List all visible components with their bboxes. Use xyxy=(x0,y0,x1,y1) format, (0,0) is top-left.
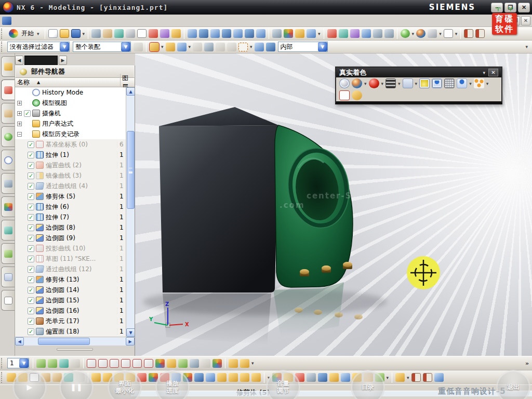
system-materials-tab[interactable] xyxy=(1,173,15,194)
background-dropdown[interactable]: ▾ xyxy=(398,81,401,86)
effects-icon[interactable] xyxy=(474,78,484,88)
split-body-icon[interactable] xyxy=(284,29,293,38)
soft-lighting-icon[interactable] xyxy=(419,78,430,88)
close-button[interactable]: ✕ xyxy=(518,3,530,12)
menu-item[interactable] xyxy=(107,19,116,22)
layer-settings-icon[interactable] xyxy=(36,359,46,368)
find-in-assembly-icon[interactable] xyxy=(266,43,275,51)
true-shading-icon[interactable] xyxy=(339,78,350,88)
extrude-icon[interactable] xyxy=(188,29,197,38)
expander-icon[interactable]: + xyxy=(17,111,22,116)
wcs-display-icon[interactable] xyxy=(132,359,142,368)
shaded-view-icon[interactable] xyxy=(401,29,410,38)
feature-checkbox[interactable]: ✓ xyxy=(28,193,34,200)
move-to-layer-icon[interactable] xyxy=(71,359,80,368)
move-object-icon[interactable] xyxy=(362,29,371,38)
tile-window-icon[interactable] xyxy=(384,29,394,38)
panel-splitter[interactable] xyxy=(15,345,135,353)
export-part-icon[interactable] xyxy=(423,373,432,382)
combo-dropdown-icon[interactable]: ▼ xyxy=(121,42,130,51)
feature-row[interactable]: ✓ 修剪体 (13) 1 xyxy=(15,274,126,285)
shell-icon[interactable] xyxy=(307,29,316,38)
show-shaded-icon[interactable] xyxy=(255,43,264,51)
transform-icon[interactable] xyxy=(212,359,222,368)
add-body-icon[interactable] xyxy=(91,373,101,382)
feature-checkbox[interactable]: ✓ xyxy=(28,152,34,158)
menu-item[interactable] xyxy=(70,19,79,22)
intersect-icon[interactable] xyxy=(256,29,265,38)
expression-icon[interactable] xyxy=(114,29,124,38)
edges-display-icon[interactable] xyxy=(339,90,350,100)
open-icon[interactable] xyxy=(60,29,69,38)
menu-item[interactable] xyxy=(42,19,51,22)
spline-tool-icon[interactable] xyxy=(350,29,360,38)
feature-checkbox[interactable]: ✓ xyxy=(28,308,34,314)
menu-item[interactable] xyxy=(14,19,23,22)
datum-plane-icon[interactable] xyxy=(126,29,135,38)
boss-icon[interactable] xyxy=(222,29,231,38)
fit-view-icon[interactable] xyxy=(327,29,337,38)
ruler-icon[interactable] xyxy=(395,373,405,382)
feature-row[interactable]: ✓ 边倒圆 (16) 1 xyxy=(15,305,126,316)
point-dialog-icon[interactable] xyxy=(178,359,188,368)
local-scale-icon[interactable] xyxy=(307,373,316,382)
tree-node-row[interactable]: + ✓ 摄像机 xyxy=(15,108,126,118)
sketch-icon[interactable] xyxy=(91,29,101,38)
bead-icon[interactable] xyxy=(329,373,339,382)
hexagon-icon[interactable] xyxy=(341,373,350,382)
feature-row[interactable]: ✓ 拉伸 (6) 1 xyxy=(15,202,126,212)
feature-row[interactable]: ✓ 边倒圆 (9) 1 xyxy=(15,233,126,243)
wcs-dynamics-icon[interactable] xyxy=(87,359,96,368)
feature-checkbox[interactable]: ✓ xyxy=(28,235,34,242)
clip-section-icon[interactable] xyxy=(428,29,437,38)
save-dropdown[interactable]: ▾ xyxy=(83,31,85,36)
tree-node-row[interactable]: + 用户表达式 xyxy=(15,118,126,129)
color-dropdown[interactable]: ▾ xyxy=(381,81,384,86)
feature-row[interactable]: ✓ 通过曲线组 (12) 1 xyxy=(15,264,126,274)
studio-spline-icon[interactable] xyxy=(160,29,169,38)
feature-row[interactable]: ✓ 草图 (11) "SKE... 1 xyxy=(15,254,126,264)
combo-dropdown-icon[interactable]: ▼ xyxy=(318,42,327,51)
toolbar-grip[interactable] xyxy=(1,42,4,51)
feature-row[interactable]: ✓ 拉伸 (1) 1 xyxy=(15,150,126,160)
vector-dialog-icon[interactable] xyxy=(190,359,199,368)
csys-dialog-icon[interactable] xyxy=(167,359,176,368)
feature-row[interactable]: ✓ 投影曲线 (10) 1 xyxy=(15,243,126,254)
material-dropdown[interactable]: ▾ xyxy=(364,81,367,86)
cube-eraser-icon[interactable] xyxy=(204,43,214,51)
point-on-curve-icon[interactable] xyxy=(166,43,175,51)
measure-distance-icon[interactable] xyxy=(229,359,238,368)
feature-row[interactable]: ✓ 修剪体 (5) 1 xyxy=(15,191,126,202)
feature-checkbox[interactable]: ✓ xyxy=(28,224,34,231)
selection-scope-combo[interactable]: 整个装配 ▼ xyxy=(73,42,131,52)
start-button[interactable]: 开始 ▾ xyxy=(6,28,43,39)
roles-tab[interactable] xyxy=(1,243,15,264)
menu-item[interactable] xyxy=(60,19,70,22)
true-shading-titlebar[interactable]: 真实着色 ▾ ✕ xyxy=(336,68,501,77)
image-gallery-tab[interactable] xyxy=(1,267,15,287)
hole-icon[interactable] xyxy=(210,29,220,38)
ruler-dropdown[interactable]: ▾ xyxy=(407,375,409,380)
more-dropdown[interactable]: ▾ xyxy=(387,375,389,380)
expander-icon[interactable]: − xyxy=(17,132,22,137)
shadow-icon[interactable] xyxy=(457,78,467,88)
feature-checkbox[interactable]: ✓ xyxy=(28,214,34,221)
image-background-icon[interactable] xyxy=(403,78,413,88)
feature-row[interactable]: ✓ 通过曲线组 (4) 1 xyxy=(15,181,126,191)
horizontal-scrollbar[interactable]: ◀ ▶ xyxy=(15,337,135,345)
shell-unit-icon[interactable] xyxy=(318,373,327,382)
tree-node-row[interactable]: + 模型视图 xyxy=(15,98,126,108)
templates-tab[interactable] xyxy=(1,290,15,311)
trim-body-icon[interactable] xyxy=(272,29,282,38)
wcs-set-to-absolute-icon[interactable] xyxy=(144,359,153,368)
wcs-rotate-icon[interactable] xyxy=(110,359,119,368)
select-arrow-icon[interactable] xyxy=(201,359,210,368)
helix-icon[interactable] xyxy=(171,29,181,38)
toolbar-dropdown-arrow[interactable]: ▾ xyxy=(483,70,485,75)
new-file-icon[interactable] xyxy=(48,29,58,38)
toolbar-grip[interactable] xyxy=(1,358,4,369)
feature-row[interactable]: ✓ 偏置面 (18) 1 xyxy=(15,326,126,337)
feature-row[interactable]: ✓ 基准坐标系 (0) 6 xyxy=(15,139,126,150)
menu-item[interactable] xyxy=(88,19,98,22)
feature-checkbox[interactable]: ✓ xyxy=(28,287,34,294)
